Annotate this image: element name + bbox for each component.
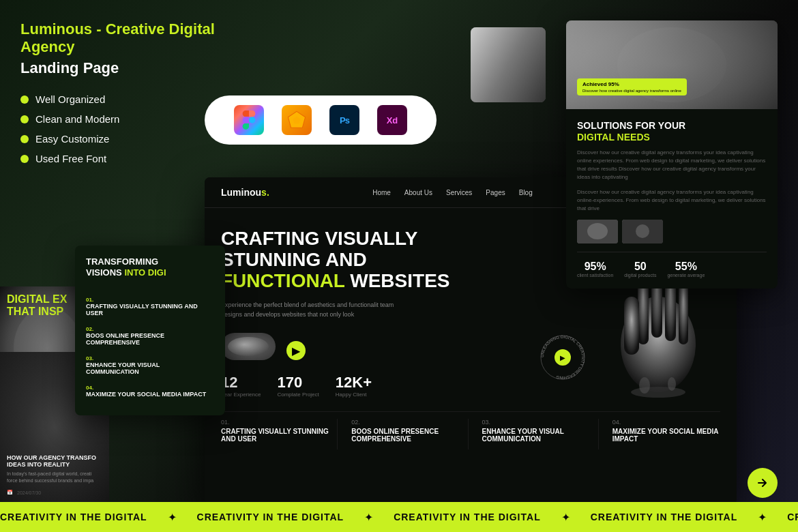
svg-point-5: [484, 38, 512, 72]
features-list: Well Organized Clean and Modern Easy Cus…: [20, 93, 218, 164]
svg-point-4: [484, 34, 532, 89]
ticker-star: ✦: [758, 511, 767, 524]
digital-ex-label: DIGITAL EX THAT INSP: [7, 293, 67, 317]
product-title: Luminous - Creative Digital Agency: [20, 20, 218, 57]
feature-label: Used Free Font: [35, 153, 106, 164]
list-item: Well Organized: [20, 93, 218, 105]
bullet-icon: [20, 115, 29, 123]
thumbnail: [622, 220, 663, 243]
feature-label: Clean and Modern: [35, 113, 119, 125]
stat-item: 12 Year Experience: [221, 374, 261, 398]
nav-link-home[interactable]: Home: [372, 189, 391, 196]
solutions-title: SOLUTIONS FOR YOUR DIGITAL NEEDS: [577, 120, 767, 143]
stat-item: 170 Complate Project: [277, 374, 319, 398]
svg-point-23: [668, 377, 676, 391]
svg-text:▶: ▶: [560, 354, 565, 361]
service-item: 01. CRAFTING VISUALLY STUNNING AND USER: [221, 419, 338, 449]
list-item: Clean and Modern: [20, 113, 218, 125]
nav-link-about[interactable]: About Us: [404, 189, 432, 196]
ticker-star: ✦: [561, 511, 570, 524]
nav-link-pages[interactable]: Pages: [486, 189, 505, 196]
service-item: 02. BOOS ONLINE PRESENCE COMPREHENSIVE: [351, 419, 468, 449]
bullet-icon: [20, 95, 29, 104]
nav-link-services[interactable]: Services: [446, 189, 472, 196]
solutions-desc-2: Discover how our creative digital agency…: [577, 188, 767, 213]
xd-icon: Xd: [377, 105, 407, 135]
stat-item: 55% generate average: [667, 261, 705, 278]
svg-rect-6: [566, 20, 778, 109]
list-item: Used Free Font: [20, 153, 218, 164]
play-circle: ▶: [286, 341, 306, 360]
nav-link-blog[interactable]: Blog: [519, 189, 533, 196]
thumb-row: [577, 220, 767, 243]
mock-hero-bottom-row: ▶: [221, 333, 507, 360]
service-item: 02. BOOS ONLINE PRESENCE COMPREHENSIVE: [86, 326, 214, 346]
svg-point-21: [631, 387, 685, 398]
svg-point-14: [228, 337, 269, 356]
product-subtitle: Landing Page: [20, 59, 218, 77]
small-3d-object: [221, 333, 276, 360]
svg-rect-3: [471, 27, 546, 102]
achieved-badge: Achieved 95% Discover how creative digit…: [577, 78, 687, 95]
secondary-panel: TRANSFORMING VISIONS INTO DIGI 01. CRAFT…: [75, 246, 225, 415]
secondary-title: TRANSFORMING VISIONS INTO DIGI: [86, 256, 214, 278]
svg-rect-20: [624, 297, 639, 355]
panel-image: Achieved 95% Discover how creative digit…: [566, 20, 778, 109]
secondary-header: TRANSFORMING VISIONS INTO DIGI: [75, 246, 225, 289]
right-panel: Achieved 95% Discover how creative digit…: [566, 20, 778, 289]
secondary-content: 01. CRAFTING VISUALLY STUNNING AND USER …: [75, 289, 225, 415]
ticker-content: CREATIVITY IN THE DIGITAL ✦ CREATIVITY I…: [0, 511, 798, 524]
mock-hero-title: CRAFTING VISUALLY STUNNING AND FUNCTIONA…: [221, 228, 507, 291]
mock-stats: 12 Year Experience 170 Complate Project …: [221, 374, 507, 398]
bottom-card-text: HOW OUR AGENCY TRANSFO IDEAS INTO REALIT…: [7, 454, 102, 495]
solutions-desc: Discover how our creative digital agency…: [577, 149, 767, 181]
service-item: 04. MAXIMIZE YOUR SOCIAL MEDIA IMPACT: [86, 385, 214, 398]
arrow-button[interactable]: [748, 468, 778, 498]
service-item: 04. MAXIMIZE YOUR SOCIAL MEDIA IMPACT: [612, 419, 720, 449]
figma-icon: [234, 105, 264, 135]
mock-hero-desc: Experience the perfect blend of aestheti…: [221, 301, 398, 319]
circular-badge: UNLEASHING DIGITAL CREATIVITY UNLEASHING…: [539, 334, 587, 384]
left-panel: Luminous - Creative Digital Agency Landi…: [20, 20, 218, 178]
floating-image: [471, 27, 546, 102]
thumbnail: [577, 220, 618, 243]
stat-item: 95% client satisfaction: [577, 261, 613, 278]
photoshop-icon: Ps: [329, 105, 359, 135]
solutions-stats: 95% client satisfaction 50 digital produ…: [577, 252, 767, 278]
feature-label: Well Organized: [35, 93, 105, 105]
mock-services: 01. CRAFTING VISUALLY STUNNING AND USER …: [205, 412, 737, 456]
mock-hero-left: CRAFTING VISUALLY STUNNING AND FUNCTIONA…: [221, 228, 507, 398]
service-item: 01. CRAFTING VISUALLY STUNNING AND USER: [86, 297, 214, 316]
services-row: 01. CRAFTING VISUALLY STUNNING AND USER …: [221, 419, 720, 449]
ticker-star: ✦: [168, 511, 177, 524]
mock-logo: Luminous.: [221, 187, 269, 198]
sketch-icon: [282, 105, 312, 135]
svg-point-9: [587, 223, 608, 239]
feature-label: Easy Customize: [35, 133, 109, 145]
service-item: 03. ENHANCE YOUR VISUAL COMMUNICATION: [86, 355, 214, 375]
ticker-star: ✦: [364, 511, 373, 524]
svg-point-22: [639, 377, 650, 394]
card-date: 📅 2024/07/30: [7, 490, 102, 495]
bottom-ticker: CREATIVITY IN THE DIGITAL ✦ CREATIVITY I…: [0, 502, 798, 532]
play-button[interactable]: ▶: [286, 341, 306, 360]
bullet-icon: [20, 135, 29, 143]
bullet-icon: [20, 155, 29, 163]
list-item: Easy Customize: [20, 133, 218, 145]
right-panel-body: SOLUTIONS FOR YOUR DIGITAL NEEDS Discove…: [566, 109, 778, 289]
stat-item: 50 digital products: [624, 261, 656, 278]
stat-item: 12K+ Happy Client: [336, 374, 372, 398]
service-item: 03. ENHANCE YOUR VISUAL COMMUNICATION: [482, 419, 599, 449]
svg-point-11: [636, 224, 649, 238]
tools-row: Ps Xd: [205, 95, 437, 145]
